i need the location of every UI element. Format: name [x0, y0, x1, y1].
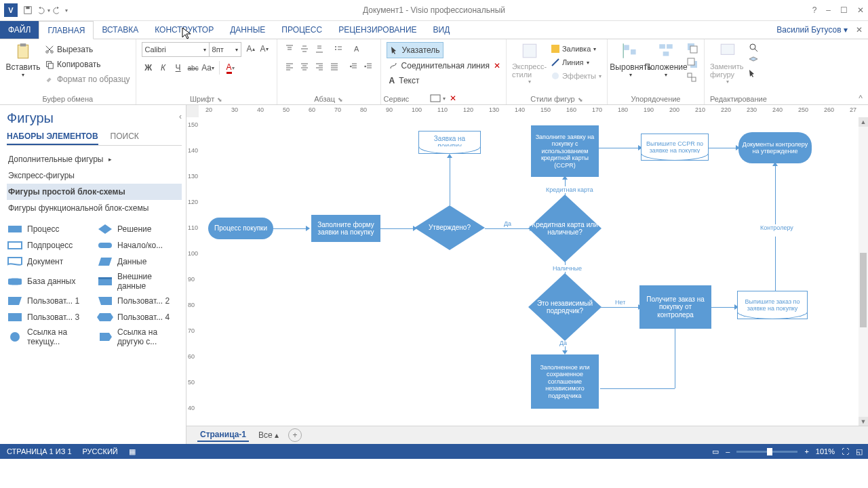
quick-shapes-link[interactable]: Экспресс-фигуры — [7, 167, 182, 184]
align-left-button[interactable] — [283, 60, 296, 73]
copy-button[interactable]: Копировать — [45, 57, 130, 72]
shape-palette-item[interactable]: Внешние данные — [97, 272, 182, 291]
shape-palette-item[interactable]: Начало/ко... — [97, 239, 182, 251]
zoom-in-icon[interactable]: + — [804, 447, 808, 455]
strike-button[interactable]: abc — [186, 61, 200, 75]
text-tool[interactable]: AТекст — [387, 73, 422, 88]
tab-review[interactable]: РЕЦЕНЗИРОВАНИЕ — [330, 21, 425, 39]
rectangle-tool-icon[interactable] — [429, 94, 441, 103]
shrink-font-button[interactable]: A▾ — [258, 42, 271, 56]
indent-dec-button[interactable] — [347, 60, 360, 73]
scroll-down-icon[interactable]: ▼ — [859, 417, 868, 426]
align-middle-button[interactable] — [298, 42, 311, 56]
undo-dropdown-icon[interactable]: ▾ — [47, 7, 50, 14]
switch-window-icon[interactable]: ◱ — [856, 447, 863, 456]
shape-req[interactable]: Заявка на покупку — [418, 131, 481, 154]
shape-start[interactable]: Процесс покупки — [208, 218, 273, 239]
align-bottom-button[interactable] — [313, 42, 326, 56]
shape-approved[interactable]: Утверждено? — [414, 205, 485, 250]
undo-icon[interactable] — [35, 5, 45, 15]
select-icon[interactable] — [748, 69, 759, 80]
grow-font-button[interactable]: A▴ — [244, 42, 258, 56]
collapse-pane-icon[interactable]: ‹ — [179, 112, 182, 121]
layers-icon[interactable] — [748, 56, 759, 66]
tab-process[interactable]: ПРОЦЕСС — [273, 21, 330, 39]
shapes-tab-sets[interactable]: НАБОРЫ ЭЛЕМЕНТОВ — [7, 129, 98, 145]
fit-window-icon[interactable]: ⛶ — [842, 447, 849, 455]
shapes-tab-search[interactable]: ПОИСК — [111, 129, 139, 145]
shape-palette-item[interactable]: Пользоват... 4 — [97, 311, 182, 323]
shape-palette-item[interactable]: Подпроцесс — [7, 239, 92, 251]
canvas[interactable]: Да Кредитная карта Наличные Нет Да Контр… — [199, 117, 868, 426]
minimize-icon[interactable]: – — [826, 5, 831, 15]
qat-customize-icon[interactable]: ▾ — [65, 7, 68, 14]
align-center-button[interactable] — [298, 60, 311, 73]
tab-insert[interactable]: ВСТАВКА — [94, 21, 146, 39]
status-lang[interactable]: РУССКИЙ — [83, 447, 118, 455]
shape-form[interactable]: Заполните форму заявки на покупку — [311, 215, 380, 242]
shape-docs[interactable]: Документы контролеру на утверждение — [738, 132, 812, 163]
shape-palette-item[interactable]: Ссылка на другую с... — [97, 327, 182, 346]
presentation-icon[interactable]: ▭ — [712, 447, 719, 456]
quick-styles-button[interactable]: Экспресс-стили▾ — [512, 42, 547, 85]
case-button[interactable]: Aa▾ — [201, 61, 215, 75]
shape-order[interactable]: Получите заказ на покупку от контролера — [639, 285, 711, 329]
page-tab-1[interactable]: Страница-1 — [197, 428, 249, 442]
paste-button[interactable]: Вставить▾ — [5, 42, 41, 78]
shape-palette-item[interactable]: Пользоват... 1 — [7, 295, 92, 307]
pointer-tool[interactable]: Указатель — [387, 42, 443, 58]
shape-palette-item[interactable]: Ссылка на текущу... — [7, 327, 92, 346]
basic-flowchart-link[interactable]: Фигуры простой блок-схемы — [7, 184, 182, 200]
underline-button[interactable]: Ч — [172, 61, 185, 75]
tab-design[interactable]: КОНСТРУКТОР — [146, 21, 222, 39]
add-page-button[interactable]: + — [288, 428, 302, 442]
shape-ccpr-fill[interactable]: Заполните заявку на покупку с использова… — [531, 125, 599, 177]
text-direction-button[interactable]: A — [351, 42, 364, 56]
tab-file[interactable]: ФАЙЛ — [0, 21, 39, 39]
send-back-icon[interactable] — [686, 57, 698, 69]
format-painter-button[interactable]: Формат по образцу — [45, 72, 130, 87]
align-justify-button[interactable] — [328, 60, 341, 73]
collapse-ribbon-icon[interactable]: ^ — [859, 94, 863, 103]
cut-button[interactable]: Вырезать — [45, 42, 130, 57]
save-icon[interactable] — [23, 5, 33, 15]
shape-card-cash[interactable]: Кредитная карта или наличные? — [528, 195, 601, 262]
scroll-up-icon[interactable]: ▲ — [859, 117, 868, 127]
shape-ccpr-write[interactable]: Выпишите CCPR по заявке на покупку — [641, 134, 709, 161]
position-button[interactable]: Положение▾ — [648, 42, 684, 78]
line-button[interactable]: Линия▾ — [551, 56, 601, 69]
replace-shape-button[interactable]: Заменить фигуру▾ — [710, 42, 745, 85]
shape-palette-item[interactable]: Пользоват... 2 — [97, 295, 182, 307]
shape-palette-item[interactable]: Пользоват... 3 — [7, 311, 92, 323]
vertical-scrollbar[interactable]: ▲ ▼ — [859, 117, 868, 426]
align-button[interactable]: Выровнять▾ — [613, 42, 648, 78]
paragraph-dialog-launcher[interactable]: ⬊ — [338, 96, 343, 103]
shape-palette-item[interactable]: Решение — [97, 223, 182, 235]
shape-palette-item[interactable]: База данных — [7, 272, 92, 291]
bring-front-icon[interactable] — [686, 42, 698, 54]
shape-palette-item[interactable]: Процесс — [7, 223, 92, 235]
tab-data[interactable]: ДАННЫЕ — [222, 21, 273, 39]
shape-agreement[interactable]: Заполненное или сохраненное соглашение н… — [531, 354, 599, 409]
more-shapes-link[interactable]: Дополнительные фигуры▸ — [7, 151, 182, 167]
vscroll-thumb[interactable] — [860, 253, 867, 327]
shape-palette-item[interactable]: Документ — [7, 256, 92, 268]
help-icon[interactable]: ? — [812, 5, 817, 15]
group-icon[interactable] — [686, 72, 698, 84]
align-right-button[interactable] — [313, 60, 326, 73]
functional-flowchart-link[interactable]: Фигуры функциональной блок-схемы — [7, 200, 182, 216]
zoom-out-icon[interactable]: – — [726, 447, 730, 455]
shape-palette-item[interactable]: Данные — [97, 256, 182, 268]
align-top-button[interactable] — [283, 42, 296, 56]
tab-home[interactable]: ГЛАВНАЯ — [39, 21, 94, 39]
shape-write-order[interactable]: Выпишите заказ по заявке на покупку — [737, 291, 808, 319]
fill-button[interactable]: Заливка▾ — [551, 42, 601, 56]
connector-tool[interactable]: Соединительная линия — [387, 58, 492, 73]
connector-delete-icon[interactable]: ✕ — [494, 61, 500, 70]
find-icon[interactable] — [748, 42, 759, 53]
italic-button[interactable]: К — [157, 61, 170, 75]
page-all[interactable]: Все ▴ — [258, 430, 279, 440]
zoom-slider[interactable] — [736, 451, 797, 453]
redo-icon[interactable] — [53, 5, 62, 15]
zoom-value[interactable]: 101% — [816, 447, 835, 455]
